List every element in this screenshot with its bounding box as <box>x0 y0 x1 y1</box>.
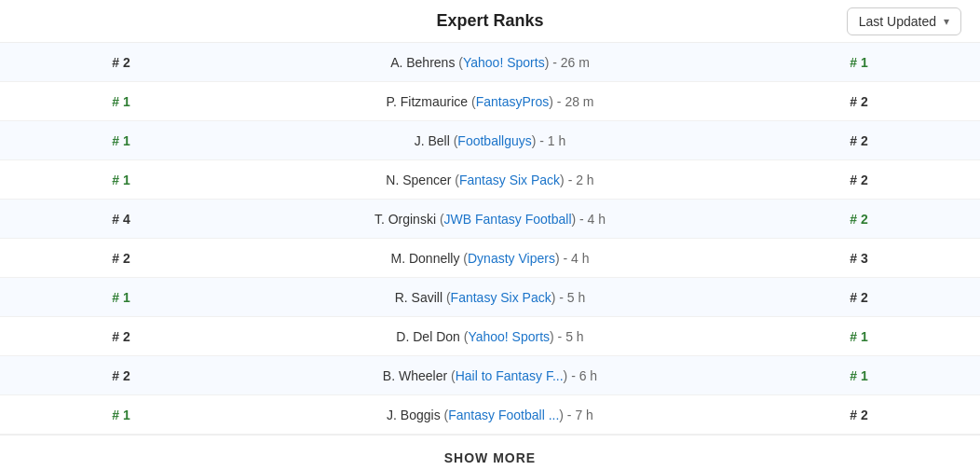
table-row: # 2 B. Wheeler (Hail to Fantasy F...) - … <box>0 356 980 395</box>
rank-left-value: # 2 <box>112 55 129 70</box>
expert-paren-close: ) - 2 h <box>560 173 594 187</box>
table-row: # 1 P. Fitzmaurice (FantasyPros) - 28 m … <box>0 82 980 121</box>
expert-source: Hail to Fantasy F... <box>456 368 564 383</box>
rank-left: # 1 <box>37 133 205 148</box>
rank-left-value: # 1 <box>112 133 129 148</box>
rank-left-value: # 1 <box>112 290 129 305</box>
rank-left: # 2 <box>37 368 205 383</box>
sort-label: Last Updated <box>859 14 936 29</box>
rank-left-value: # 1 <box>112 94 129 109</box>
expert-name: P. Fitzmaurice <box>386 94 468 109</box>
rank-right: # 1 <box>775 368 943 383</box>
expert-source: Yahoo! Sports <box>463 55 545 70</box>
rank-right-value: # 2 <box>850 408 867 422</box>
rank-right: # 2 <box>775 94 943 109</box>
rank-right: # 2 <box>775 173 943 187</box>
table-row: # 1 N. Spencer (Fantasy Six Pack) - 2 h … <box>0 160 980 200</box>
rank-right-value: # 1 <box>850 368 867 383</box>
chevron-down-icon: ▾ <box>944 15 949 28</box>
expert-name: R. Savill <box>395 290 442 305</box>
expert-source: Fantasy Football ... <box>448 408 559 422</box>
expert-info: D. Del Don (Yahoo! Sports) - 5 h <box>205 329 775 344</box>
expert-paren-close: ) - 26 m <box>545 55 590 70</box>
expert-name: A. Behrens <box>390 55 455 70</box>
expert-info: M. Donnelly (Dynasty Vipers) - 4 h <box>205 251 775 266</box>
rank-left: # 2 <box>37 55 205 70</box>
expert-name: B. Wheeler <box>383 368 447 383</box>
table-row: # 2 M. Donnelly (Dynasty Vipers) - 4 h #… <box>0 239 980 278</box>
rank-right-value: # 3 <box>850 251 867 266</box>
expert-info: R. Savill (Fantasy Six Pack) - 5 h <box>205 290 775 305</box>
expert-paren-close: ) - 28 m <box>549 94 593 109</box>
expert-name: N. Spencer <box>386 173 451 187</box>
sort-dropdown[interactable]: Last Updated ▾ <box>847 7 961 35</box>
expert-name: T. Orginski <box>374 212 436 227</box>
rank-left: # 2 <box>37 251 205 266</box>
expert-paren-close: ) - 1 h <box>532 133 566 148</box>
expert-info: P. Fitzmaurice (FantasyPros) - 28 m <box>205 94 775 109</box>
expert-ranks-table: # 2 A. Behrens (Yahoo! Sports) - 26 m # … <box>0 43 980 435</box>
expert-name: D. Del Don <box>396 329 459 344</box>
expert-name: J. Boggis <box>387 408 441 422</box>
show-more-button[interactable]: SHOW MORE <box>444 450 536 465</box>
expert-info: N. Spencer (Fantasy Six Pack) - 2 h <box>205 173 775 187</box>
table-row: # 1 J. Boggis (Fantasy Football ...) - 7… <box>0 395 980 435</box>
expert-paren-close: ) - 4 h <box>572 212 606 227</box>
rank-right: # 2 <box>775 290 943 305</box>
rank-left-value: # 1 <box>112 408 129 422</box>
rank-right: # 1 <box>775 55 943 70</box>
rank-left: # 1 <box>37 173 205 187</box>
expert-source: Yahoo! Sports <box>468 329 550 344</box>
expert-info: T. Orginski (JWB Fantasy Football) - 4 h <box>205 212 775 227</box>
page-title: Expert Ranks <box>436 11 543 31</box>
rank-right-value: # 1 <box>850 329 867 344</box>
expert-source: Fantasy Six Pack <box>451 290 551 305</box>
table-row: # 1 J. Bell (Footballguys) - 1 h # 2 <box>0 121 980 160</box>
table-row: # 1 R. Savill (Fantasy Six Pack) - 5 h #… <box>0 278 980 317</box>
rank-left-value: # 2 <box>112 329 129 344</box>
rank-left: # 4 <box>37 212 205 227</box>
rank-left-value: # 4 <box>112 212 129 227</box>
expert-paren-close: ) - 5 h <box>551 290 586 305</box>
rank-right-value: # 2 <box>850 133 867 148</box>
rank-right-value: # 2 <box>850 212 867 227</box>
expert-paren-close: ) - 6 h <box>564 368 598 383</box>
page-container: Expert Ranks Last Updated ▾ # 2 A. Behre… <box>0 0 980 470</box>
expert-paren-close: ) - 7 h <box>559 408 593 422</box>
rank-right: # 2 <box>775 212 943 227</box>
show-more-container: SHOW MORE <box>0 435 980 470</box>
expert-name: M. Donnelly <box>391 251 460 266</box>
rank-right-value: # 2 <box>850 94 867 109</box>
rank-right-value: # 2 <box>850 290 867 305</box>
header: Expert Ranks Last Updated ▾ <box>0 0 980 43</box>
expert-name: J. Bell <box>415 133 450 148</box>
expert-info: J. Bell (Footballguys) - 1 h <box>205 133 775 148</box>
rank-left-value: # 1 <box>112 173 129 187</box>
expert-source: Footballguys <box>457 133 531 148</box>
expert-source: JWB Fantasy Football <box>444 212 572 227</box>
rank-right: # 1 <box>775 329 943 344</box>
rank-left: # 2 <box>37 329 205 344</box>
rank-right: # 3 <box>775 251 943 266</box>
expert-source: FantasyPros <box>476 94 550 109</box>
expert-paren-close: ) - 5 h <box>550 329 584 344</box>
rank-right: # 2 <box>775 133 943 148</box>
rank-left: # 1 <box>37 94 205 109</box>
table-row: # 2 D. Del Don (Yahoo! Sports) - 5 h # 1 <box>0 317 980 356</box>
expert-source: Fantasy Six Pack <box>459 173 560 187</box>
rank-right-value: # 2 <box>850 173 867 187</box>
expert-info: A. Behrens (Yahoo! Sports) - 26 m <box>205 55 775 70</box>
expert-info: B. Wheeler (Hail to Fantasy F...) - 6 h <box>205 368 775 383</box>
table-row: # 2 A. Behrens (Yahoo! Sports) - 26 m # … <box>0 43 980 82</box>
rank-right: # 2 <box>775 408 943 422</box>
rank-left-value: # 2 <box>112 251 129 266</box>
rank-left-value: # 2 <box>112 368 129 383</box>
expert-info: J. Boggis (Fantasy Football ...) - 7 h <box>205 408 775 422</box>
expert-source: Dynasty Vipers <box>468 251 555 266</box>
rank-left: # 1 <box>37 408 205 422</box>
rank-left: # 1 <box>37 290 205 305</box>
expert-paren-close: ) - 4 h <box>555 251 590 266</box>
table-row: # 4 T. Orginski (JWB Fantasy Football) -… <box>0 200 980 239</box>
rank-right-value: # 1 <box>850 55 867 70</box>
